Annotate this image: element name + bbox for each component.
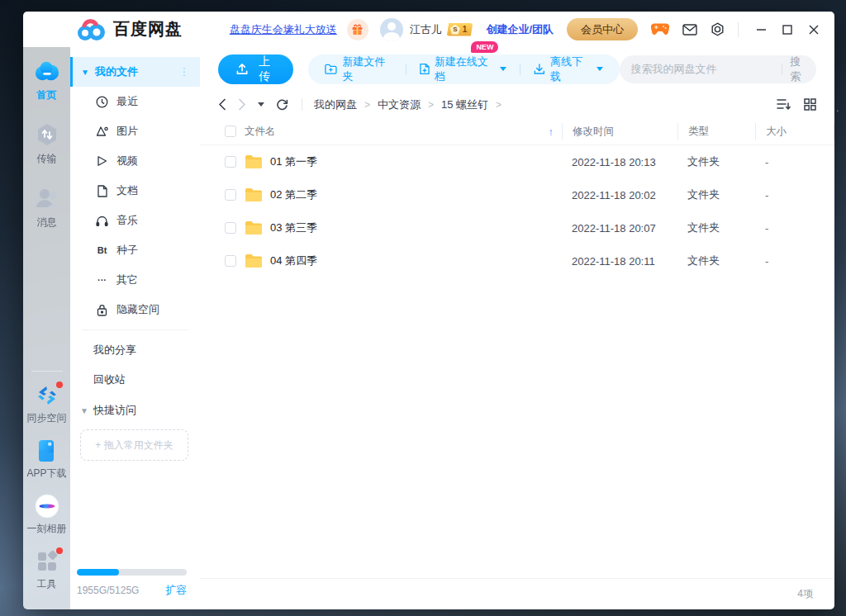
sidebar-item-music[interactable]: 音乐 — [70, 206, 200, 235]
header-size[interactable]: 大小 — [755, 123, 834, 140]
svip-letter: S — [450, 25, 460, 35]
rail-item-app-download[interactable]: APP下载 — [26, 438, 66, 481]
search-input[interactable] — [631, 63, 777, 75]
sidebar-item-documents[interactable]: 文档 — [70, 176, 200, 206]
phone-app-icon — [33, 438, 59, 463]
sidebar: ▼ 我的文件 ⋮ 最近 图片 视频 — [70, 47, 200, 609]
more-options-icon[interactable]: ⋮ — [179, 66, 190, 78]
breadcrumb-item-root[interactable]: 我的网盘 — [314, 97, 357, 112]
select-all-checkbox[interactable] — [225, 126, 236, 137]
file-type: 文件夹 — [677, 220, 755, 235]
maximize-button[interactable] — [777, 19, 798, 40]
table-row[interactable]: 04 第四季 2022-11-18 20:11 文件夹 - — [200, 244, 834, 277]
sidebar-item-images[interactable]: 图片 — [70, 116, 200, 146]
download-icon — [534, 63, 545, 75]
sidebar-my-files-label: 我的文件 — [95, 64, 138, 79]
clock-icon — [95, 96, 109, 108]
rail-item-home[interactable]: 首页 — [34, 59, 60, 102]
sidebar-item-torrents[interactable]: Bt 种子 — [70, 235, 200, 265]
svip-badge[interactable]: S 1 — [447, 23, 473, 36]
toolbar: 上传 新建文件夹 NEW — [200, 47, 834, 91]
header-modified-time[interactable]: 修改时间 — [562, 123, 677, 140]
sidebar-item-my-files[interactable]: ▼ 我的文件 ⋮ — [70, 57, 200, 87]
rail-item-sync-space[interactable]: 同步空间 — [27, 383, 67, 425]
file-size: - — [755, 156, 834, 168]
row-checkbox[interactable] — [225, 156, 236, 168]
row-checkbox[interactable] — [225, 189, 236, 201]
gift-icon[interactable] — [347, 19, 368, 40]
row-checkbox[interactable] — [225, 255, 236, 267]
table-row[interactable]: 03 第三季 2022-11-18 20:07 文件夹 - — [200, 211, 834, 244]
row-checkbox[interactable] — [225, 222, 236, 234]
history-dropdown-icon[interactable] — [258, 102, 264, 107]
sidebar-item-recent[interactable]: 最近 — [70, 87, 200, 116]
file-type: 文件夹 — [677, 154, 755, 169]
rail-item-photo-album[interactable]: 一刻相册 — [27, 494, 67, 536]
upload-label: 上传 — [254, 54, 275, 84]
file-type: 文件夹 — [677, 254, 755, 268]
username[interactable]: 江古儿 — [410, 22, 442, 37]
breadcrumb-item-current[interactable]: 15 螺丝钉 — [441, 97, 488, 112]
messages-people-icon — [34, 186, 60, 211]
search-divider — [782, 64, 782, 75]
header-type[interactable]: 类型 — [677, 123, 755, 140]
sidebar-item-other[interactable]: ··· 其它 — [70, 265, 200, 295]
rail-item-transfer[interactable]: 传输 — [34, 122, 60, 166]
file-name[interactable]: 04 第四季 — [270, 254, 317, 268]
drop-favorite-folder-zone[interactable]: + 拖入常用文件夹 — [80, 429, 188, 461]
rail-label-transfer: 传输 — [37, 152, 57, 166]
breadcrumb-separator: > — [428, 99, 434, 111]
grid-view-icon[interactable] — [804, 98, 816, 111]
back-button[interactable] — [218, 98, 226, 111]
rail-label-messages: 消息 — [37, 216, 57, 230]
forward-button[interactable] — [238, 98, 246, 111]
games-icon[interactable] — [651, 23, 669, 36]
sync-space-notification-dot — [56, 381, 63, 388]
upload-button[interactable]: 上传 — [218, 54, 293, 84]
image-icon — [95, 126, 109, 137]
document-icon — [95, 185, 109, 197]
settings-gear-icon[interactable] — [711, 22, 725, 36]
sidebar-section-quick-access[interactable]: ▼ 快捷访问 — [70, 395, 200, 426]
app-title: 百度网盘 — [113, 18, 183, 40]
rail-item-messages[interactable]: 消息 — [34, 186, 60, 230]
refresh-button[interactable] — [276, 98, 288, 111]
table-row[interactable]: 02 第二季 2022-11-18 20:02 文件夹 - — [200, 178, 834, 211]
new-online-doc-label: 新建在线文档 — [435, 54, 494, 84]
offline-download-button[interactable]: 离线下载 — [530, 54, 606, 84]
close-button[interactable] — [803, 19, 825, 40]
upload-icon — [236, 63, 248, 75]
file-type: 文件夹 — [677, 187, 755, 202]
table-row[interactable]: 01 第一季 2022-11-18 20:13 文件夹 - — [200, 145, 834, 178]
mail-icon[interactable] — [682, 24, 697, 36]
create-team-link[interactable]: 创建企业/团队 — [486, 22, 554, 37]
sort-ascending-icon[interactable]: ↑ — [549, 126, 554, 138]
search-button[interactable]: 搜索 — [790, 54, 805, 84]
breadcrumb-item[interactable]: 中文资源 — [378, 97, 421, 112]
rail-label-tools: 工具 — [37, 577, 57, 591]
new-online-doc-button[interactable]: NEW 新建在线文档 — [416, 54, 511, 84]
folder-icon — [245, 187, 263, 202]
storage-usage-text: 1955G/5125G — [77, 585, 139, 596]
promo-link[interactable]: 盘盘庆生会壕礼大放送 — [230, 22, 337, 37]
file-name[interactable]: 01 第一季 — [270, 154, 317, 169]
tools-grid-icon — [34, 549, 60, 574]
member-center-button[interactable]: 会员中心 — [567, 18, 638, 40]
sidebar-item-videos[interactable]: 视频 — [70, 146, 200, 176]
rail-divider — [31, 371, 63, 372]
rail-item-tools[interactable]: 工具 — [34, 549, 60, 591]
header-filename[interactable]: 文件名 — [245, 125, 276, 139]
file-name[interactable]: 02 第二季 — [270, 187, 317, 202]
user-avatar[interactable] — [380, 18, 403, 41]
minimize-button[interactable] — [750, 19, 772, 40]
folder-icon — [245, 154, 263, 169]
new-folder-button[interactable]: 新建文件夹 — [321, 54, 395, 84]
folder-icon — [245, 254, 263, 268]
expand-storage-link[interactable]: 扩容 — [165, 583, 187, 598]
sort-list-icon[interactable] — [777, 98, 791, 111]
sidebar-item-hidden-space[interactable]: 隐藏空间 — [70, 295, 200, 325]
sidebar-item-my-shares[interactable]: 我的分享 — [70, 335, 200, 365]
sidebar-item-recycle-bin[interactable]: 回收站 — [70, 365, 200, 395]
titlebar-right: 盘盘庆生会壕礼大放送 江古儿 S 1 创建企业/团队 会员中心 — [230, 18, 825, 41]
file-name[interactable]: 03 第三季 — [270, 220, 317, 235]
